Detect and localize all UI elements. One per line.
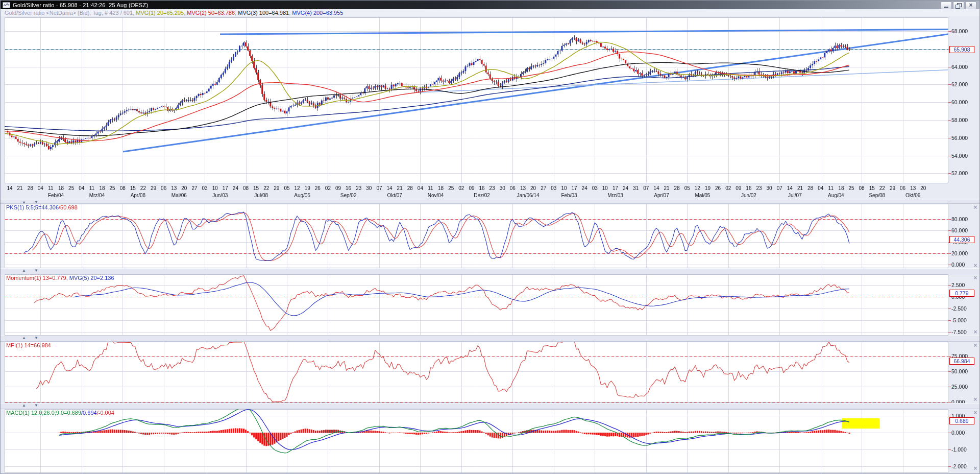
panel-close-icon[interactable]: × [972,397,979,403]
splitter-down-icon[interactable]: ▼ [34,268,38,273]
window-title: Gold/Silver ratio - 65.908 - 21:42:26 25… [13,2,148,8]
panel-close-icon[interactable]: × [972,343,979,349]
legend-segment: MVG(4) 200=63.955 [292,10,343,16]
splitter-up-icon[interactable]: ▲ [22,336,26,340]
legend-segment: MVG(3) 100=64.981 [238,10,289,16]
chart-icon[interactable] [3,2,10,8]
title-bar[interactable]: Gold/Silver ratio - 65.908 - 21:42:26 25… [1,1,979,9]
legend-segment: Gold/Silver ratio <NetDania> (Bid), Tag,… [5,10,136,16]
splitter-up-icon[interactable]: ▲ [22,268,26,273]
restore-button[interactable] [953,2,964,10]
panel-splitter[interactable]: ▲▼ [1,200,980,204]
panel-splitter[interactable]: ▲▼ [1,403,980,409]
splitter-down-icon[interactable]: ▼ [34,200,38,204]
panel-close-icon[interactable]: × [972,329,979,336]
legend-segment: MVG(2) 50=63.786 [187,10,235,16]
splitter-up-icon[interactable]: ▲ [22,403,26,408]
splitter-down-icon[interactable]: ▼ [34,403,38,408]
panel-splitter[interactable]: ▲▼ [1,268,980,274]
panel-close-icon[interactable]: × [972,205,979,211]
legend-segment: MVG(1) 20=65.205 [136,10,184,16]
close-button[interactable]: × [965,2,976,10]
close-icon: × [966,2,976,9]
chart-legend: Gold/Silver ratio <NetDania> (Bid), Tag,… [1,9,980,16]
panel-splitter[interactable]: ▲▼ [1,336,980,342]
splitter-up-icon[interactable]: ▲ [22,200,26,204]
panel-close-icon[interactable]: × [972,275,979,281]
panel-close-icon[interactable]: × [972,466,979,472]
chart-window: Gold/Silver ratio - 65.908 - 21:42:26 25… [0,0,980,474]
panel-close-icon[interactable]: × [972,410,979,416]
splitter-down-icon[interactable]: ▼ [34,336,38,340]
minimize-icon [944,7,948,8]
minimize-button[interactable] [941,2,952,10]
